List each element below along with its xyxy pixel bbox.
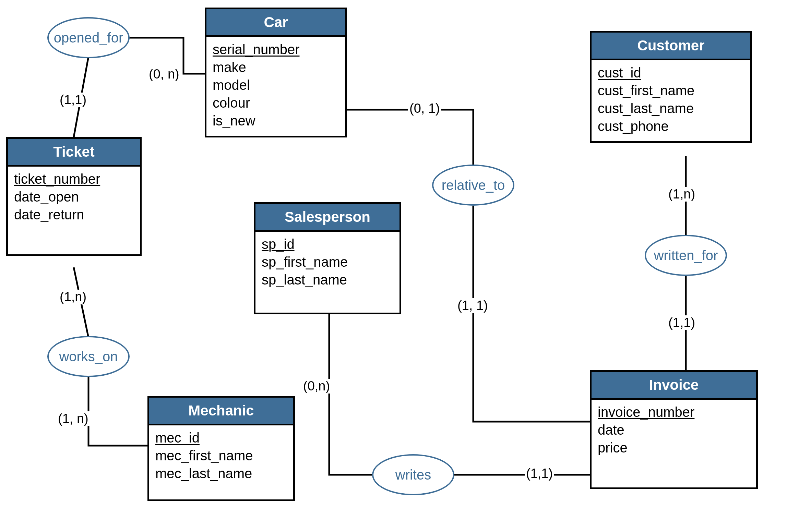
relation-relative-to: relative_to <box>432 165 514 206</box>
attr: date_open <box>14 188 134 206</box>
entity-customer: Customer cust_id cust_first_name cust_la… <box>590 31 752 143</box>
card-invoice-relative-to: (1, 1) <box>456 298 489 313</box>
entity-salesperson: Salesperson sp_id sp_first_name sp_last_… <box>254 202 401 314</box>
entity-header: Ticket <box>8 139 140 167</box>
card-ticket-opened-for: (1,1) <box>58 93 88 107</box>
entity-mechanic: Mechanic mec_id mec_first_name mec_last_… <box>147 396 295 501</box>
entity-car: Car serial_number make model colour is_n… <box>205 8 347 137</box>
attr: is_new <box>213 112 339 130</box>
attr: sp_first_name <box>262 253 393 271</box>
card-invoice-written-for: (1,1) <box>667 315 696 330</box>
entity-header: Mechanic <box>149 398 293 425</box>
attr-key: mec_id <box>155 429 287 447</box>
card-car-opened-for: (0, n) <box>147 67 181 82</box>
attr: date_return <box>14 206 134 223</box>
attr: cust_last_name <box>598 99 744 117</box>
card-ticket-works-on: (1,n) <box>58 290 88 304</box>
entity-header: Invoice <box>592 372 756 400</box>
attr: mec_last_name <box>155 464 287 482</box>
entity-header: Customer <box>592 33 750 60</box>
attr: colour <box>213 94 339 112</box>
card-salesperson-writes: (0,n) <box>302 379 331 394</box>
relation-written-for: written_for <box>645 235 727 276</box>
relation-works-on: works_on <box>47 336 130 377</box>
card-invoice-writes: (1,1) <box>525 466 554 481</box>
relation-label: writes <box>395 467 431 483</box>
attr-key: cust_id <box>598 64 744 82</box>
entity-body: cust_id cust_first_name cust_last_name c… <box>592 60 750 141</box>
entity-body: ticket_number date_open date_return <box>8 167 140 254</box>
relation-writes: writes <box>372 454 454 495</box>
attr: mec_first_name <box>155 447 287 464</box>
relation-label: works_on <box>59 349 118 364</box>
attr: cust_first_name <box>598 82 744 99</box>
relation-label: opened_for <box>54 30 123 46</box>
attr-key: ticket_number <box>14 170 134 188</box>
attr-key: sp_id <box>262 235 393 253</box>
relation-opened-for: opened_for <box>47 17 130 58</box>
card-customer-written-for: (1,n) <box>667 187 696 202</box>
relation-label: written_for <box>654 248 718 263</box>
entity-body: serial_number make model colour is_new <box>206 37 345 136</box>
attr-key: serial_number <box>213 40 339 58</box>
entity-body: sp_id sp_first_name sp_last_name <box>255 232 400 313</box>
card-mechanic-works-on: (1, n) <box>57 411 90 426</box>
attr: model <box>213 76 339 94</box>
attr: make <box>213 58 339 76</box>
attr: cust_phone <box>598 117 744 135</box>
attr: sp_last_name <box>262 271 393 289</box>
card-car-relative-to: (0, 1) <box>408 101 441 116</box>
entity-invoice: Invoice invoice_number date price <box>590 370 758 489</box>
relation-label: relative_to <box>442 178 505 193</box>
entity-header: Salesperson <box>255 204 400 232</box>
entity-ticket: Ticket ticket_number date_open date_retu… <box>6 137 142 256</box>
entity-body: invoice_number date price <box>592 400 756 487</box>
attr-key: invoice_number <box>598 403 750 421</box>
attr: price <box>598 439 750 457</box>
entity-body: mec_id mec_first_name mec_last_name <box>149 425 293 499</box>
entity-header: Car <box>206 9 345 37</box>
attr: date <box>598 421 750 439</box>
